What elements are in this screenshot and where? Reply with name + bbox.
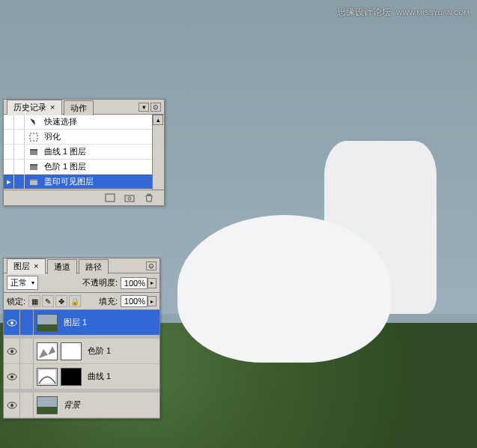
eye-icon — [7, 373, 17, 381]
adjustment-thumbnail[interactable] — [37, 342, 58, 360]
mask-thumbnail[interactable] — [61, 368, 82, 386]
opacity-input-group: 100% ▸ — [121, 277, 157, 289]
couple-subjects — [191, 116, 458, 363]
history-snapshot-col: ▸ — [4, 175, 14, 189]
layer-row[interactable]: 图层 1 — [4, 310, 159, 336]
layer-icon — [28, 176, 40, 188]
layer-row[interactable]: 背景 — [4, 393, 159, 418]
history-body: 快速选择 羽化 曲线 1 图层 色 — [4, 115, 164, 190]
panel-menu-icon[interactable]: ⊙ — [146, 261, 157, 270]
link-col[interactable] — [20, 310, 34, 335]
tab-layers[interactable]: 图层 × — [7, 258, 46, 274]
history-brush-col — [14, 145, 25, 159]
panel-menu-icon[interactable]: ⊙ — [151, 103, 161, 112]
svg-rect-0 — [30, 133, 37, 141]
svg-rect-7 — [106, 194, 115, 202]
panel-minimize-icon[interactable]: ▾ — [139, 103, 149, 112]
tab-history[interactable]: 历史记录 × — [7, 100, 62, 115]
layer-thumb-group — [34, 314, 61, 332]
tab-layers-label: 图层 — [13, 261, 30, 270]
fill-input[interactable]: 100% — [121, 295, 148, 307]
history-row[interactable]: 羽化 — [4, 130, 152, 145]
visibility-toggle[interactable] — [4, 393, 20, 417]
layer-thumb-group — [34, 368, 85, 386]
history-brush-col — [14, 175, 25, 189]
adjustment-thumbnail[interactable] — [37, 368, 58, 386]
link-col[interactable] — [20, 364, 34, 389]
opacity-flyout-icon[interactable]: ▸ — [148, 278, 157, 288]
history-panel: 历史记录 × 动作 ▾ ⊙ 快速选择 羽化 — [3, 99, 165, 206]
mask-thumbnail[interactable] — [61, 342, 82, 360]
dress-figure — [177, 215, 391, 363]
layer-thumb-group — [34, 342, 85, 360]
tab-history-close[interactable]: × — [50, 103, 55, 112]
create-doc-icon[interactable] — [104, 193, 116, 203]
svg-rect-4 — [30, 164, 37, 166]
layer-row[interactable]: 曲线 1 — [4, 364, 159, 390]
lock-position-icon[interactable]: ✥ — [55, 295, 67, 307]
tab-paths[interactable]: 路径 — [79, 259, 109, 274]
scroll-up-icon[interactable]: ▴ — [153, 115, 163, 125]
tab-channels[interactable]: 通道 — [47, 259, 77, 274]
trash-icon[interactable] — [143, 193, 155, 203]
tab-layers-close[interactable]: × — [34, 261, 38, 270]
blend-mode-select[interactable]: 正常 ▾ — [7, 276, 38, 290]
history-footer — [4, 190, 164, 205]
blend-mode-label: 正常 — [10, 277, 27, 288]
opacity-label: 不透明度: — [82, 277, 118, 288]
history-list: 快速选择 羽化 曲线 1 图层 色 — [4, 115, 152, 190]
history-brush-col — [14, 115, 25, 129]
history-snapshot-col — [4, 130, 14, 144]
lock-transparency-icon[interactable]: ▦ — [28, 295, 40, 307]
tab-actions[interactable]: 动作 — [64, 100, 94, 115]
visibility-toggle[interactable] — [4, 364, 20, 389]
history-brush-col — [14, 160, 25, 174]
history-row-label: 快速选择 — [43, 116, 152, 127]
watermark-text-1: 思缘设计论坛 — [337, 7, 391, 17]
layers-panel-tabs: 图层 × 通道 路径 ⊙ — [4, 258, 159, 273]
watermark-text-2: WWW.MISSYUAN.COM — [396, 9, 470, 16]
history-row[interactable]: 快速选择 — [4, 115, 152, 130]
lock-all-icon[interactable]: 🔒 — [69, 295, 81, 307]
layer-thumb-group — [34, 396, 61, 414]
svg-point-18 — [10, 404, 13, 407]
fill-flyout-icon[interactable]: ▸ — [148, 296, 157, 306]
snapshot-icon[interactable] — [124, 193, 136, 203]
visibility-toggle[interactable] — [4, 339, 20, 363]
fill-label: 填充: — [99, 296, 118, 307]
layer-name-label[interactable]: 背景 — [61, 399, 159, 411]
layers-panel-controls: ⊙ — [146, 261, 159, 270]
svg-rect-2 — [30, 149, 37, 151]
layer-name-label[interactable]: 色阶 1 — [85, 345, 159, 357]
history-row[interactable]: 色阶 1 图层 — [4, 160, 152, 175]
history-row-label: 色阶 1 图层 — [43, 161, 152, 172]
svg-point-15 — [10, 375, 13, 378]
history-row-label: 羽化 — [43, 131, 152, 142]
history-scrollbar[interactable]: ▴ — [152, 115, 164, 190]
layer-name-label[interactable]: 曲线 1 — [85, 371, 159, 382]
layer-thumbnail[interactable] — [37, 314, 58, 332]
tab-history-label: 历史记录 — [13, 103, 46, 112]
layer-thumbnail[interactable] — [37, 396, 58, 414]
history-snapshot-col — [4, 145, 14, 159]
layer-icon — [28, 146, 40, 158]
link-col[interactable] — [20, 393, 34, 417]
layer-name-label[interactable]: 图层 1 — [61, 317, 159, 328]
history-row-label: 曲线 1 图层 — [43, 146, 152, 157]
visibility-toggle[interactable] — [4, 310, 20, 335]
opacity-input[interactable]: 100% — [121, 277, 148, 289]
eye-icon — [7, 319, 17, 327]
layer-row[interactable]: 色阶 1 — [4, 339, 159, 364]
history-panel-controls: ▾ ⊙ — [139, 103, 164, 112]
history-snapshot-col — [4, 160, 14, 174]
eye-icon — [7, 348, 17, 355]
lock-label: 锁定: — [7, 296, 25, 307]
lock-pixels-icon[interactable]: ✎ — [42, 295, 54, 307]
history-row[interactable]: 曲线 1 图层 — [4, 145, 152, 160]
history-row[interactable]: ▸ 盖印可见图层 — [4, 175, 152, 190]
feather-icon — [28, 131, 40, 143]
svg-rect-8 — [125, 196, 134, 202]
link-col[interactable] — [20, 339, 34, 363]
history-brush-col — [14, 130, 25, 144]
layers-panel: 图层 × 通道 路径 ⊙ 正常 ▾ 不透明度: 100% ▸ 锁定: ▦ ✎ ✥… — [3, 258, 160, 419]
